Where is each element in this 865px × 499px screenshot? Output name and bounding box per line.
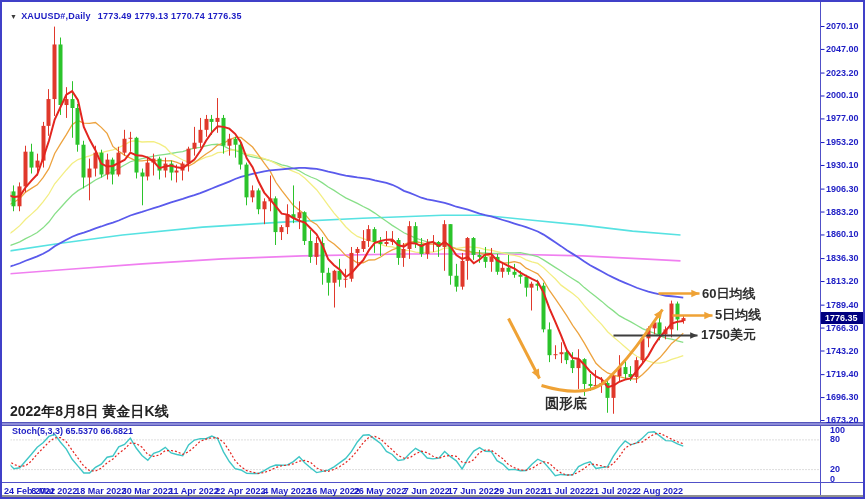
stoch-level-label: 80 [830, 434, 840, 444]
date-tick-label: 26 May 2022 [354, 486, 407, 496]
price-tick-label: 1719.40 [826, 369, 859, 379]
date-tick-label: 22 Apr 2022 [215, 486, 265, 496]
price-tick-label: 1813.20 [826, 276, 859, 286]
price-tick-label: 1789.40 [826, 300, 859, 310]
price-tick-label: 1743.20 [826, 346, 859, 356]
price-tick-label: 2070.10 [826, 21, 859, 31]
price-tick-label: 1906.30 [826, 184, 859, 194]
time-axis-separator [2, 482, 865, 483]
date-tick-label: 29 Jun 2022 [494, 486, 545, 496]
current-price-flag: 1776.35 [821, 312, 865, 324]
stoch-level-label: 0 [830, 474, 835, 484]
stoch-level-label: 20 [830, 464, 840, 474]
price-tick-label: 1860.10 [826, 229, 859, 239]
ma5-annotation-label[interactable]: 5日均线 [715, 307, 761, 323]
symbol-timeframe-label: XAUUSD#,Daily [21, 11, 91, 21]
date-tick-label: 18 Mar 2022 [75, 486, 126, 496]
price-tick-label: 1930.10 [826, 160, 859, 170]
window-bottom-line [2, 497, 865, 498]
chart-caption[interactable]: 2022年8月8日 黄金日K线 [10, 403, 169, 419]
ohlc-readout: 1773.49 1779.13 1770.74 1776.35 [98, 11, 242, 21]
stoch-level-label: 100 [830, 425, 845, 435]
date-tick-label: 17 Jun 2022 [448, 486, 499, 496]
date-tick-label: 21 Jul 2022 [589, 486, 637, 496]
price-tick-label: 1836.30 [826, 253, 859, 263]
price-tick-label: 1673.20 [826, 415, 859, 425]
date-tick-label: 4 May 2022 [263, 486, 311, 496]
date-tick-label: 7 Jun 2022 [404, 486, 450, 496]
rounded-bottom-label[interactable]: 圆形底 [545, 395, 587, 411]
price-tick-label: 1766.30 [826, 323, 859, 333]
chart-title-bar: ▼XAUUSD#,Daily1773.49 1779.13 1770.74 17… [10, 11, 242, 21]
chart-window: ▼XAUUSD#,Daily1773.49 1779.13 1770.74 17… [0, 0, 865, 499]
price-tick-label: 1883.20 [826, 207, 859, 217]
indicator-label: Stoch(5,3,3) 65.5370 66.6821 [12, 426, 133, 436]
price-tick-label: 2047.00 [826, 44, 859, 54]
ma60-annotation-label[interactable]: 60日均线 [702, 286, 755, 302]
price-tick-label: 1977.00 [826, 113, 859, 123]
price-tick-label: 2023.20 [826, 68, 859, 78]
date-tick-label: 11 Jul 2022 [543, 486, 591, 496]
date-tick-label: 11 Apr 2022 [169, 486, 219, 496]
date-tick-label: 30 Mar 2022 [122, 486, 173, 496]
date-tick-label: 16 May 2022 [307, 486, 360, 496]
window-menu-icon[interactable]: ▼ [10, 13, 17, 20]
price-1750-annotation-label[interactable]: 1750美元 [701, 327, 756, 343]
date-tick-label: 2 Aug 2022 [636, 486, 683, 496]
price-tick-label: 2000.10 [826, 90, 859, 100]
price-tick-label: 1696.30 [826, 392, 859, 402]
price-tick-label: 1953.20 [826, 137, 859, 147]
date-tick-label: 8 Mar 2022 [31, 486, 77, 496]
